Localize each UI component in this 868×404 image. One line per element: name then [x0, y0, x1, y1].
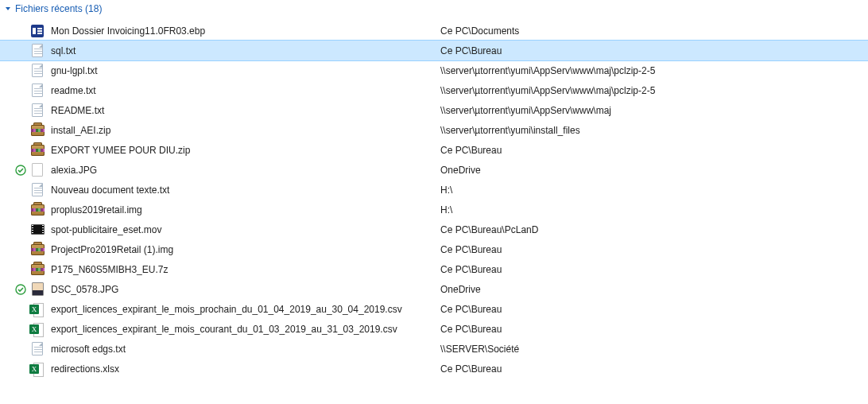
file-name: P175_N60S5MIBH3_EU.7z — [51, 264, 440, 275]
sync-placeholder — [14, 104, 27, 117]
file-txt-icon — [30, 342, 45, 356]
sync-placeholder — [14, 45, 27, 57]
file-blank-icon — [30, 163, 45, 177]
file-xlsx-icon — [30, 362, 45, 376]
file-row[interactable]: alexia.JPGOneDrive — [0, 160, 868, 180]
file-path: Ce PC\Documents — [440, 25, 868, 37]
file-name: proplus2019retail.img — [51, 204, 440, 216]
file-row[interactable]: P175_N60S5MIBH3_EU.7zCe PC\Bureau — [0, 259, 868, 279]
file-row[interactable]: redirections.xlsxCe PC\Bureau — [0, 359, 868, 379]
file-txt-icon — [30, 183, 45, 197]
sync-placeholder — [14, 223, 27, 236]
sync-placeholder — [14, 204, 27, 216]
file-path: Ce PC\Bureau — [440, 324, 868, 335]
group-header[interactable]: Fichiers récents (18) — [0, 0, 868, 17]
file-name: install_AEI.zip — [51, 125, 440, 136]
file-path: Ce PC\Bureau — [440, 45, 868, 56]
file-row[interactable]: sql.txtCe PC\Bureau — [0, 41, 868, 60]
file-path: Ce PC\Bureau\PcLanD — [440, 224, 868, 235]
file-vid-icon — [30, 223, 45, 237]
file-ebp-icon — [30, 24, 45, 38]
sync-placeholder — [14, 263, 27, 276]
file-name: spot-publicitaire_eset.mov — [51, 224, 440, 235]
file-name: DSC_0578.JPG — [51, 284, 440, 295]
file-path: Ce PC\Bureau — [440, 304, 868, 315]
file-name: gnu-lgpl.txt — [51, 65, 440, 76]
file-csv-icon — [30, 302, 45, 317]
sync-placeholder — [14, 323, 27, 336]
file-name: alexia.JPG — [51, 165, 440, 176]
file-row[interactable]: Nouveau document texte.txtH:\ — [0, 180, 868, 200]
sync-placeholder — [14, 144, 27, 157]
file-txt-icon — [30, 103, 45, 118]
file-txt-icon — [30, 64, 45, 78]
file-row[interactable]: ProjectPro2019Retail (1).imgCe PC\Bureau — [0, 239, 868, 259]
file-row[interactable]: EXPORT YUMEE POUR DIU.zipCe PC\Bureau — [0, 140, 868, 160]
sync-placeholder — [14, 84, 27, 97]
file-name: EXPORT YUMEE POUR DIU.zip — [51, 145, 440, 156]
file-list: Mon Dossier Invoicing11.0FR03.ebpCe PC\D… — [0, 17, 868, 379]
file-name: ProjectPro2019Retail (1).img — [51, 244, 440, 255]
file-pic-icon — [30, 282, 45, 297]
chevron-down-icon — [5, 6, 11, 12]
sync-placeholder — [14, 243, 27, 256]
file-name: microsoft edgs.txt — [51, 344, 440, 355]
file-path: Ce PC\Bureau — [440, 145, 868, 156]
sync-placeholder — [14, 25, 27, 37]
file-row[interactable]: microsoft edgs.txt\\SERVER\Société — [0, 339, 868, 359]
file-zip-icon — [30, 123, 45, 138]
file-name: Nouveau document texte.txt — [51, 185, 440, 196]
file-txt-icon — [30, 44, 45, 58]
file-name: readme.txt — [51, 85, 440, 96]
sync-placeholder — [14, 124, 27, 137]
file-zip-icon — [30, 262, 45, 277]
file-path: OneDrive — [440, 165, 868, 176]
group-title: Fichiers récents (18) — [15, 3, 102, 14]
sync-ok-icon — [14, 164, 27, 177]
sync-placeholder — [14, 184, 27, 196]
file-path: \\SERVER\Société — [440, 344, 868, 355]
file-name: Mon Dossier Invoicing11.0FR03.ebp — [51, 25, 440, 37]
file-name: README.txt — [51, 105, 440, 116]
file-path: Ce PC\Bureau — [440, 264, 868, 275]
sync-placeholder — [14, 343, 27, 355]
sync-placeholder — [14, 64, 27, 77]
file-path: H:\ — [440, 185, 868, 196]
file-row[interactable]: DSC_0578.JPGOneDrive — [0, 279, 868, 299]
file-path: \\server\µtorrent\yumi\AppServ\www\maj — [440, 105, 868, 116]
file-name: sql.txt — [51, 45, 440, 56]
file-row[interactable]: README.txt\\server\µtorrent\yumi\AppServ… — [0, 100, 868, 120]
file-row[interactable]: readme.txt\\server\µtorrent\yumi\AppServ… — [0, 80, 868, 100]
file-zip-icon — [30, 143, 45, 157]
file-row[interactable]: gnu-lgpl.txt\\server\µtorrent\yumi\AppSe… — [0, 60, 868, 80]
file-path: Ce PC\Bureau — [440, 244, 868, 255]
sync-placeholder — [14, 303, 27, 316]
file-txt-icon — [30, 84, 45, 98]
file-row[interactable]: export_licences_expirant_le_mois_courant… — [0, 319, 868, 339]
file-csv-icon — [30, 322, 45, 336]
file-row[interactable]: export_licences_expirant_le_mois_prochai… — [0, 299, 868, 319]
sync-ok-icon — [14, 283, 27, 296]
file-path: OneDrive — [440, 284, 868, 295]
file-path: H:\ — [440, 204, 868, 216]
file-row[interactable]: proplus2019retail.imgH:\ — [0, 200, 868, 219]
file-path: \\server\µtorrent\yumi\AppServ\www\maj\p… — [440, 85, 868, 96]
file-zip-icon — [30, 203, 45, 217]
file-zip-icon — [30, 243, 45, 257]
file-name: export_licences_expirant_le_mois_prochai… — [51, 304, 440, 315]
file-row[interactable]: Mon Dossier Invoicing11.0FR03.ebpCe PC\D… — [0, 21, 868, 41]
sync-placeholder — [14, 363, 27, 375]
file-name: export_licences_expirant_le_mois_courant… — [51, 324, 440, 335]
file-path: \\server\µtorrent\yumi\AppServ\www\maj\p… — [440, 65, 868, 76]
file-row[interactable]: spot-publicitaire_eset.movCe PC\Bureau\P… — [0, 219, 868, 239]
file-path: \\server\µtorrent\yumi\install_files — [440, 125, 868, 136]
file-path: Ce PC\Bureau — [440, 363, 868, 375]
file-row[interactable]: install_AEI.zip\\server\µtorrent\yumi\in… — [0, 120, 868, 140]
file-name: redirections.xlsx — [51, 363, 440, 375]
